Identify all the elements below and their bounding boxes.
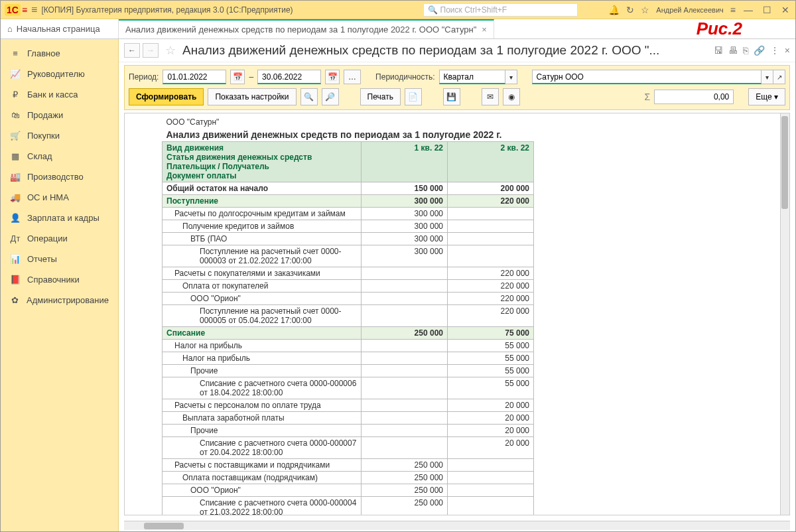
table-row[interactable]: Поступление на расчетный счет 0000-00000…	[163, 305, 534, 327]
sidebar-label: Покупки	[27, 131, 60, 141]
table-row[interactable]: Списание с расчетного счета 0000-000006 …	[163, 377, 534, 399]
nav-forward-button[interactable]: →	[143, 43, 159, 58]
sidebar-item-10[interactable]: 📊Отчеты	[1, 249, 118, 269]
filters-panel: Период: 📅 – 📅 … Периодичность: ▾ ▾ ↗	[124, 65, 790, 110]
sidebar-item-6[interactable]: 🏭Производство	[1, 166, 118, 187]
preview-button[interactable]: 📄	[405, 88, 422, 105]
period-picker-button[interactable]: …	[344, 70, 361, 84]
save-button[interactable]: 💾	[443, 88, 460, 105]
link-icon[interactable]: 🔗	[754, 45, 765, 56]
sidebar-label: Банк и касса	[27, 90, 78, 100]
table-row[interactable]: Прочие55 000	[163, 365, 534, 377]
sidebar-item-9[interactable]: ДтОперации	[1, 228, 118, 249]
maximize-button[interactable]: ☐	[761, 5, 773, 15]
periodicity-dropdown-button[interactable]: ▾	[505, 70, 517, 84]
user-label[interactable]: Андрей Алексеевич	[656, 6, 724, 14]
report-area: ООО "Сатурн" Анализ движений денежных ср…	[124, 113, 790, 515]
close-button[interactable]: ✕	[779, 5, 791, 15]
sidebar-item-8[interactable]: 👤Зарплата и кадры	[1, 208, 118, 228]
dash: –	[249, 72, 253, 82]
table-row[interactable]: ООО "Орион"220 000	[163, 293, 534, 305]
page-tab-label: Анализ движений денежных средств по пери…	[125, 25, 476, 34]
org-open-button[interactable]: ↗	[773, 70, 785, 84]
logo-1c: 1C≡	[5, 4, 27, 16]
table-row[interactable]: ВТБ (ПАО300 000	[163, 233, 534, 245]
table-row[interactable]: Списание250 00075 000	[163, 327, 534, 340]
menu-icon[interactable]: ≡	[31, 4, 37, 16]
save-icon[interactable]: 🖫	[714, 45, 723, 56]
settings-button[interactable]: Показать настройки	[208, 88, 296, 105]
table-row[interactable]: Налог на прибыль55 000	[163, 352, 534, 365]
periodicity-select[interactable]	[439, 70, 505, 84]
table-row[interactable]: Прочие20 000	[163, 425, 534, 437]
sidebar-item-1[interactable]: 📈Руководителю	[1, 64, 118, 84]
table-row[interactable]: Поступление на расчетный счет 0000-00000…	[163, 245, 534, 267]
search-placeholder: Поиск Ctrl+Shift+F	[440, 5, 507, 15]
vertical-scrollbar[interactable]	[780, 113, 789, 515]
user-menu-icon[interactable]: ≡	[730, 5, 736, 15]
calendar-to-button[interactable]: 📅	[325, 70, 340, 84]
table-row[interactable]: Общий остаток на начало150 000200 000	[163, 182, 534, 195]
star-icon[interactable]: ☆	[641, 5, 649, 15]
bell-icon[interactable]: 🔔	[608, 5, 620, 15]
home-tab[interactable]: ⌂ Начальная страница	[1, 19, 119, 38]
print-icon[interactable]: 🖶	[728, 45, 738, 56]
sidebar-item-0[interactable]: ≡Главное	[1, 43, 118, 64]
minimize-button[interactable]: —	[742, 5, 754, 15]
date-to-input[interactable]	[257, 70, 321, 84]
header-col-q2: 2 кв. 22	[448, 142, 534, 182]
more-button[interactable]: Еще ▾	[748, 88, 785, 105]
export-icon[interactable]: ⎘	[743, 45, 748, 56]
org-input[interactable]	[532, 70, 762, 84]
history-icon[interactable]: ↻	[626, 5, 634, 15]
table-row[interactable]: Оплата от покупателей220 000	[163, 280, 534, 293]
sidebar-item-11[interactable]: 📕Справочники	[1, 269, 118, 290]
table-row[interactable]: Расчеты с покупателями и заказчиками220 …	[163, 267, 534, 280]
sidebar-item-12[interactable]: ✿Администрирование	[1, 290, 118, 310]
sidebar-icon: 📈	[10, 69, 21, 79]
table-row[interactable]: Поступление300 000220 000	[163, 195, 534, 208]
sidebar-label: Продажи	[27, 110, 63, 120]
sidebar-item-2[interactable]: ₽Банк и касса	[1, 84, 118, 105]
sidebar-item-4[interactable]: 🛒Покупки	[1, 125, 118, 146]
horizontal-scrollbar[interactable]	[124, 521, 790, 530]
table-row[interactable]: Расчеты по долгосрочным кредитам и займа…	[163, 208, 534, 220]
sidebar-item-7[interactable]: 🚚ОС и НМА	[1, 187, 118, 208]
table-row[interactable]: Выплата заработной платы20 000	[163, 412, 534, 425]
search-input[interactable]: 🔍 Поиск Ctrl+Shift+F	[423, 3, 578, 17]
sidebar-icon: 🛒	[10, 131, 21, 141]
sidebar-icon: 🚚	[10, 192, 21, 202]
org-dropdown-button[interactable]: ▾	[762, 70, 773, 84]
table-row[interactable]: Списание с расчетного счета 0000-000004 …	[163, 497, 534, 516]
calendar-from-button[interactable]: 📅	[230, 70, 245, 84]
table-row[interactable]: Расчеты с поставщиками и подрядчиками250…	[163, 459, 534, 472]
sum-field[interactable]	[654, 90, 734, 104]
page-title: Анализ движений денежных средств по пери…	[182, 43, 711, 58]
find-button[interactable]: 🔍	[300, 88, 318, 105]
table-row[interactable]: Оплата поставщикам (подрядчикам)250 000	[163, 472, 534, 484]
more-icon[interactable]: ⋮	[770, 45, 779, 56]
close-page-icon[interactable]: ×	[785, 45, 790, 56]
star-icon[interactable]: ☆	[165, 43, 176, 58]
sidebar-item-3[interactable]: 🛍Продажи	[1, 105, 118, 125]
form-button[interactable]: Сформировать	[129, 88, 204, 105]
attach-button[interactable]: ◉	[503, 88, 520, 105]
sidebar-icon: ₽	[10, 90, 21, 100]
search-icon: 🔍	[428, 5, 438, 15]
table-row[interactable]: Налог на прибыль55 000	[163, 340, 534, 352]
home-icon: ⌂	[7, 24, 13, 34]
period-label: Период:	[129, 72, 159, 82]
table-row[interactable]: ООО "Орион"250 000	[163, 484, 534, 497]
find-next-button[interactable]: 🔎	[322, 88, 339, 105]
table-row[interactable]: Расчеты с персоналом по оплате труда20 0…	[163, 399, 534, 412]
nav-back-button[interactable]: ←	[124, 43, 140, 58]
table-row[interactable]: Списание с расчетного счета 0000-000007 …	[163, 437, 534, 459]
page-tab[interactable]: Анализ движений денежных средств по пери…	[119, 19, 494, 38]
mail-button[interactable]: ✉	[482, 88, 499, 105]
table-row[interactable]: Получение кредитов и займов300 000	[163, 220, 534, 233]
sidebar-item-5[interactable]: ▦Склад	[1, 146, 118, 166]
date-from-input[interactable]	[163, 70, 226, 84]
print-button[interactable]: Печать	[360, 88, 401, 105]
close-tab-icon[interactable]: ×	[482, 25, 487, 34]
app-title: [КОПИЯ] Бухгалтерия предприятия, редакци…	[41, 5, 293, 15]
